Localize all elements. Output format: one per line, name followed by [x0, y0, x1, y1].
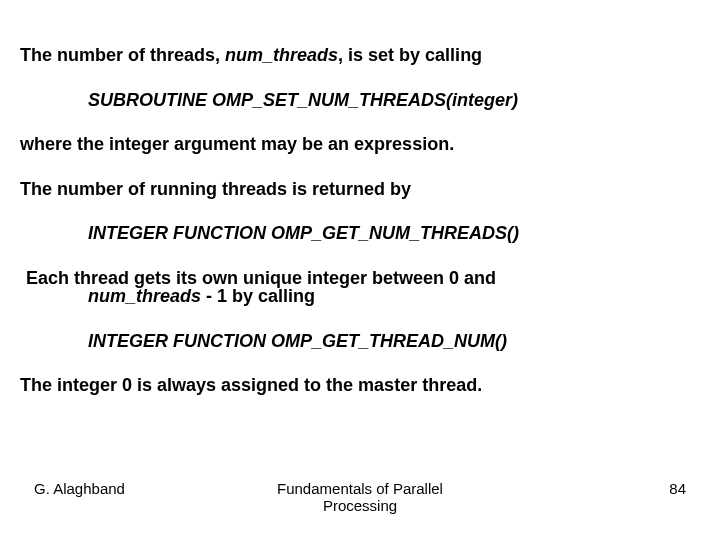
text: , is set by calling — [338, 45, 482, 65]
variable-num-threads: num_threads — [225, 45, 338, 65]
text: - 1 by calling — [201, 286, 315, 306]
code-set-num-threads: SUBROUTINE OMP_SET_NUM_THREADS(integer) — [20, 89, 700, 112]
code-get-thread-num: INTEGER FUNCTION OMP_GET_THREAD_NUM() — [20, 330, 700, 353]
footer-title-line1: Fundamentals of Parallel — [277, 480, 443, 497]
paragraph-1: The number of threads, num_threads, is s… — [20, 44, 700, 67]
footer-title-line2: Processing — [323, 497, 397, 514]
footer: G. Alaghband Fundamentals of Parallel Pr… — [0, 480, 720, 514]
text: The number of threads, — [20, 45, 225, 65]
code-get-num-threads: INTEGER FUNCTION OMP_GET_NUM_THREADS() — [20, 222, 700, 245]
slide: The number of threads, num_threads, is s… — [0, 0, 720, 540]
paragraph-3: The number of running threads is returne… — [20, 178, 700, 201]
footer-author: G. Alaghband — [34, 480, 251, 497]
variable-num-threads: num_threads — [88, 286, 201, 306]
paragraph-5: The integer 0 is always assigned to the … — [20, 374, 700, 397]
footer-title: Fundamentals of Parallel Processing — [251, 480, 468, 514]
footer-page-number: 84 — [469, 480, 686, 497]
paragraph-2: where the integer argument may be an exp… — [20, 133, 700, 156]
